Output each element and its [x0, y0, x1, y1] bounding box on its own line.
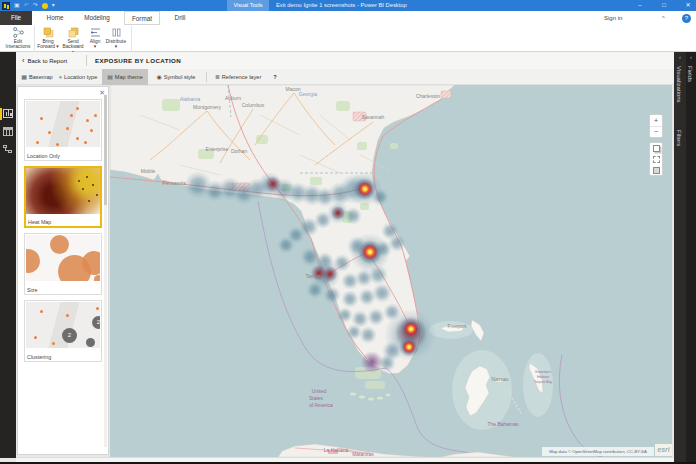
map-label: La Habana	[324, 447, 349, 453]
map-help-button[interactable]: ?	[269, 69, 281, 85]
map-label: Auburn	[225, 95, 241, 101]
basemap-button[interactable]: ▦Basemap	[21, 69, 53, 85]
map-label: Nassau	[492, 376, 509, 382]
fields-collapsed-pane[interactable]: ‹ Fields	[686, 52, 696, 464]
heat-point	[265, 176, 281, 192]
map-theme-icon: ▤	[107, 74, 113, 80]
view-navigation-bar	[0, 52, 16, 458]
tab-format[interactable]: Format	[124, 11, 160, 25]
bring-forward-icon	[43, 27, 54, 38]
gallery-scrollbar[interactable]	[104, 95, 107, 447]
help-icon[interactable]: ?	[682, 14, 691, 23]
cluster-badge: 2	[92, 316, 100, 329]
active-view-indicator	[0, 108, 2, 120]
reference-layer-button[interactable]: ≣Reference layer	[211, 69, 265, 85]
filters-pane-label[interactable]: Filters	[676, 130, 682, 146]
ribbon: File Home Modeling Format Drill Sign in …	[0, 11, 696, 52]
minimize-button[interactable]: –	[630, 0, 650, 11]
tab-modeling[interactable]: Modeling	[76, 11, 118, 25]
heat-point	[331, 206, 345, 220]
map-canvas: MontgomeryAuburnColumbusMaconSavannahCha…	[110, 85, 672, 457]
redo-icon[interactable]: ↷	[33, 1, 38, 10]
reference-layer-icon: ≣	[215, 74, 220, 80]
symbol-style-icon: ◉	[157, 74, 162, 80]
map-toolbar: ▦Basemap ⌖Location type ▤Map theme ◉Symb…	[16, 69, 674, 85]
quick-access-caret-icon[interactable]: ▾	[52, 1, 55, 10]
heat-point	[361, 351, 383, 373]
tab-file[interactable]: File	[0, 11, 32, 25]
zoom-out-button[interactable]: −	[650, 127, 662, 137]
collapse-ribbon-icon[interactable]: ^	[662, 11, 665, 25]
clustering-thumbnail: 2 2	[26, 302, 100, 348]
visual-title: EXPOSURE BY LOCATION	[95, 52, 181, 69]
theme-heat-map[interactable]: Heat Map	[24, 166, 102, 228]
edit-interactions-icon	[13, 27, 24, 38]
map-label: Montgomery	[193, 104, 221, 110]
map-label: Governor's	[535, 370, 552, 374]
toolbar-separator	[206, 72, 207, 82]
map-label: Columbus	[242, 102, 265, 108]
undo-icon[interactable]: ↶	[24, 1, 29, 10]
heat-point	[367, 308, 385, 326]
basemap-icon: ▦	[21, 74, 27, 80]
theme-label: Clustering	[27, 354, 51, 360]
sign-in-link[interactable]: Sign in	[604, 11, 622, 25]
location-pin-icon: ⌖	[59, 74, 62, 80]
title-bar: ▣ ↶ ↷ ▾ Visual Tools Exit demo Ignite 1 …	[0, 0, 696, 11]
map-label: Tampa	[305, 273, 320, 279]
heat-point	[344, 207, 362, 225]
map-tools-control	[649, 142, 663, 176]
distribute-icon	[111, 27, 122, 38]
location-type-button[interactable]: ⌖Location type	[56, 69, 100, 85]
fields-pane-label[interactable]: Fields	[687, 66, 693, 82]
layers-icon[interactable]	[653, 167, 660, 174]
maximize-button[interactable]: □	[654, 0, 674, 11]
visualizations-pane-label[interactable]: Visualizations	[676, 66, 682, 103]
heat-map-thumbnail	[26, 168, 100, 214]
tab-home[interactable]: Home	[40, 11, 70, 25]
map-label: of America	[309, 402, 333, 408]
visualizations-filters-collapsed-pane[interactable]: ‹ Visualizations Filters	[674, 52, 686, 464]
save-icon[interactable]: ▣	[14, 1, 20, 10]
map-label: The Bahamas	[487, 421, 519, 427]
symbol-style-button[interactable]: ◉Symbol style	[152, 69, 200, 85]
header-divider	[86, 55, 87, 66]
esri-logo: esri	[655, 444, 672, 456]
powerbi-window: ▣ ↶ ↷ ▾ Visual Tools Exit demo Ignite 1 …	[0, 0, 696, 464]
map-label: Savannah	[362, 114, 385, 120]
data-view-icon[interactable]	[3, 127, 13, 136]
window-title: Exit demo Ignite 1 screenshots - Power B…	[276, 0, 407, 11]
map-label: United	[312, 388, 327, 394]
visual-tools-context-tab[interactable]: Visual Tools	[227, 0, 269, 11]
ribbon-separator	[34, 26, 35, 55]
map-label: Alabama	[180, 96, 201, 102]
theme-location-only[interactable]: Location Only	[24, 99, 102, 161]
heat-point	[399, 337, 419, 357]
map-theme-button[interactable]: ▤Map theme	[102, 69, 148, 85]
back-to-report-button[interactable]: ‹Back to Report	[22, 52, 67, 69]
extent-icon[interactable]	[653, 145, 660, 152]
expand-pane-chevron-icon[interactable]: ‹	[686, 54, 696, 60]
theme-label: Size	[27, 287, 38, 293]
map-label: Georgia	[299, 91, 318, 97]
map-label: Dothan	[231, 148, 247, 154]
heat-point	[372, 283, 392, 303]
map-visual[interactable]: MontgomeryAuburnColumbusMaconSavannahCha…	[110, 85, 672, 457]
theme-size[interactable]: Size	[24, 233, 102, 295]
heat-point	[277, 236, 295, 254]
send-backward-icon	[68, 27, 79, 38]
map-label: Mobile	[141, 168, 156, 174]
relationships-view-icon[interactable]	[3, 145, 13, 154]
heat-point	[354, 178, 376, 200]
zoom-in-button[interactable]: +	[650, 115, 662, 127]
theme-clustering[interactable]: 2 2 Clustering	[24, 300, 102, 362]
selection-icon[interactable]	[653, 156, 660, 163]
report-view-icon[interactable]	[3, 109, 13, 118]
expand-pane-chevron-icon[interactable]: ‹	[674, 54, 686, 60]
heat-point	[359, 326, 377, 344]
map-label: States	[309, 395, 324, 401]
tab-drill[interactable]: Drill	[166, 11, 194, 25]
heat-point	[322, 266, 338, 282]
map-label: Tarpum Bay	[534, 380, 552, 384]
close-button[interactable]: ✕	[678, 0, 696, 11]
